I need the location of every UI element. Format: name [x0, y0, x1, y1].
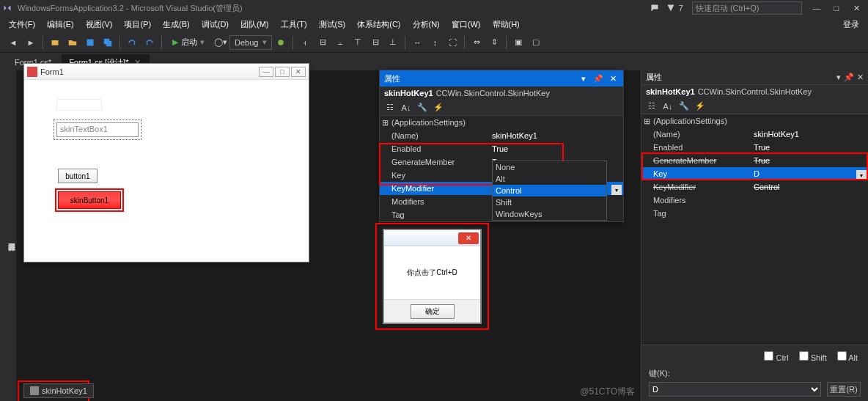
undo-icon[interactable] — [124, 34, 140, 51]
align-bottom-icon[interactable]: ⊥ — [385, 34, 401, 51]
hspace-icon[interactable]: ⇔ — [468, 34, 485, 51]
prop-row[interactable]: GenerateMemberTrue — [641, 154, 868, 167]
vspace-icon[interactable]: ⇕ — [486, 34, 502, 51]
dialog-ok-button[interactable]: 确定 — [411, 304, 455, 319]
skinbutton1-control[interactable]: skinButton1 — [58, 191, 121, 209]
dropdown-option[interactable]: Alt — [493, 173, 606, 185]
docked-prop-grid[interactable]: ⊞(ApplicationSettings)(Name)skinHotKey1E… — [641, 114, 868, 220]
prop-row[interactable]: KeyD▾ — [641, 167, 868, 180]
button1-control[interactable]: button1 — [58, 169, 98, 183]
quick-launch-input[interactable]: 快速启动 (Ctrl+Q) — [692, 1, 802, 15]
keymodifier-dropdown[interactable]: NoneAltControlShiftWindowKeys — [492, 161, 607, 221]
prop-value[interactable]: Control — [751, 183, 868, 191]
categorized-icon[interactable]: ☷ — [644, 100, 659, 113]
menu-item[interactable]: 团队(M) — [235, 18, 275, 30]
feedback-icon[interactable] — [648, 1, 661, 15]
menu-item[interactable]: 窗口(W) — [446, 18, 487, 30]
prop-value[interactable]: D▾ — [751, 169, 868, 178]
redo-icon[interactable] — [141, 34, 158, 51]
dropdown-option[interactable]: None — [493, 161, 606, 173]
close-icon[interactable]: ✕ — [857, 73, 864, 82]
checkbox-input[interactable] — [764, 351, 773, 361]
menu-item[interactable]: 帮助(H) — [487, 18, 526, 30]
label-control[interactable] — [56, 99, 102, 111]
align-right-icon[interactable]: ⫠ — [332, 34, 348, 51]
align-left-icon[interactable]: ⫞ — [297, 34, 313, 51]
nav-back-icon[interactable]: ◄ — [5, 34, 21, 51]
new-project-icon[interactable] — [47, 34, 63, 51]
checkbox-input[interactable] — [837, 351, 847, 361]
save-icon[interactable] — [82, 34, 98, 51]
size-width-icon[interactable]: ↔ — [409, 34, 425, 51]
events-icon[interactable]: ⚡ — [693, 100, 707, 113]
floating-prop-titlebar[interactable]: 属性 ▾ 📌 ✕ — [380, 70, 623, 87]
properties-icon[interactable]: 🔧 — [677, 100, 691, 113]
menu-item[interactable]: 测试(S) — [313, 18, 352, 30]
send-back-icon[interactable]: ▢ — [528, 34, 544, 51]
key-select[interactable]: D — [649, 382, 821, 397]
menu-item[interactable]: 调试(D) — [196, 18, 235, 30]
prop-row[interactable]: EnabledTrue — [380, 142, 623, 155]
side-rail-server-explorer[interactable]: 服务器资源管理器 — [0, 70, 16, 401]
properties-icon[interactable]: 🔧 — [415, 101, 430, 114]
menu-item[interactable]: 项目(P) — [118, 18, 157, 30]
menu-item[interactable]: 工具(T) — [275, 18, 313, 30]
menu-item[interactable]: 视图(V) — [80, 18, 119, 30]
menu-item[interactable]: 生成(B) — [157, 18, 196, 30]
align-top-icon[interactable]: ⊤ — [350, 34, 366, 51]
dropdown-option[interactable]: WindowKeys — [493, 208, 606, 220]
window-dropdown-icon[interactable]: ▾ — [578, 74, 589, 84]
prop-value[interactable]: True — [751, 156, 868, 165]
start-debug-button[interactable]: ▶ 启动 ▾ — [166, 34, 210, 51]
save-all-icon[interactable] — [100, 34, 116, 51]
maximize-button[interactable]: □ — [828, 4, 845, 12]
size-both-icon[interactable]: ⛶ — [444, 34, 460, 51]
notifications-icon[interactable] — [664, 1, 677, 15]
prop-row[interactable]: KeyModifierControl — [641, 180, 868, 194]
close-button[interactable]: ✕ — [847, 4, 865, 13]
align-center-icon[interactable]: ⊟ — [315, 34, 331, 51]
modifier-checkbox[interactable]: Shift — [799, 351, 827, 362]
prop-row[interactable]: Tag — [641, 207, 868, 220]
pin-icon[interactable]: 📌 — [844, 73, 854, 82]
bring-front-icon[interactable]: ▣ — [510, 34, 526, 51]
config-dropdown[interactable]: Debug ▾ — [229, 35, 272, 50]
form1-client[interactable]: skinTextBox1 button1 skinButton1 — [24, 80, 309, 262]
prop-row[interactable]: (Name)skinHotKey1 — [641, 128, 868, 141]
modifier-checkbox[interactable]: Ctrl — [764, 351, 788, 362]
pin-icon[interactable]: 📌 — [592, 74, 604, 84]
dropdown-arrow-icon[interactable]: ▾ — [611, 185, 622, 195]
events-icon[interactable]: ⚡ — [431, 101, 446, 114]
dropdown-option[interactable]: Shift — [493, 196, 606, 208]
prop-row[interactable]: Modifiers — [641, 194, 868, 207]
menu-item[interactable]: 体系结构(C) — [351, 18, 406, 30]
alphabetical-icon[interactable]: A↓ — [399, 101, 413, 114]
modifier-checkbox[interactable]: Alt — [837, 351, 858, 362]
menu-item[interactable]: 分析(N) — [407, 18, 446, 30]
dropdown-arrow-icon[interactable]: ▾ — [856, 170, 867, 180]
align-middle-icon[interactable]: ⊟ — [367, 34, 383, 51]
size-height-icon[interactable]: ↕ — [427, 34, 443, 51]
alphabetical-icon[interactable]: A↓ — [661, 100, 675, 113]
nav-fwd-icon[interactable]: ► — [23, 34, 39, 51]
floating-prop-component[interactable]: skinHotKey1 CCWin.SkinControl.SkinHotKey — [380, 87, 623, 100]
docked-prop-component[interactable]: skinHotKey1 CCWin.SkinControl.SkinHotKey — [641, 85, 868, 98]
reset-button[interactable]: 重置(R) — [827, 382, 861, 397]
signin-link[interactable]: 登录 — [837, 18, 865, 32]
prop-row[interactable]: ⊞(ApplicationSettings) — [380, 116, 623, 129]
design-surface[interactable]: Form1 ― □ ✕ skinTextBox1 button1 skinBut… — [16, 70, 641, 401]
dialog-close-icon[interactable]: ✕ — [458, 232, 479, 244]
menu-item[interactable]: 编辑(E) — [41, 18, 80, 30]
platform-icon[interactable] — [273, 34, 289, 51]
window-dropdown-icon[interactable]: ▾ — [836, 73, 841, 82]
prop-row[interactable]: EnabledTrue — [641, 141, 868, 154]
checkbox-input[interactable] — [799, 351, 809, 361]
expand-icon[interactable]: ⊞ — [380, 118, 390, 128]
expand-icon[interactable]: ⊞ — [641, 117, 652, 126]
close-icon[interactable]: ✕ — [607, 74, 619, 84]
browser-select-icon[interactable]: ◯▾ — [213, 34, 229, 51]
form1-designer[interactable]: Form1 ― □ ✕ skinTextBox1 button1 skinBut… — [23, 63, 309, 262]
prop-value[interactable]: skinHotKey1 — [751, 130, 868, 139]
prop-row[interactable]: (Name)skinHotKey1 — [380, 129, 623, 142]
prop-value[interactable]: skinHotKey1 — [489, 131, 623, 140]
